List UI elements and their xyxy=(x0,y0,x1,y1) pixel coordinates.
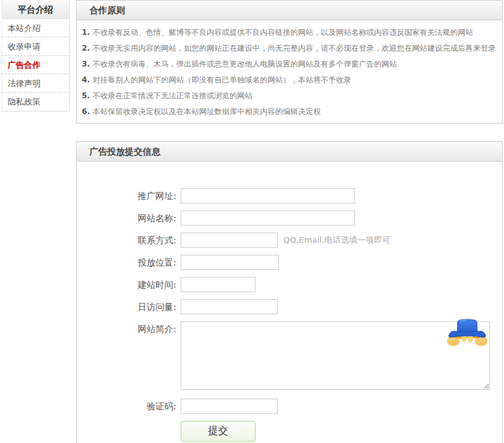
principle-rule: 3.不收录含有病毒、木马，弹出插件或恶意更改他人电脑设置的网站及有多个弹窗广告的… xyxy=(82,59,496,70)
sidebar-item-ad-cooperation[interactable]: 广告合作 xyxy=(2,56,69,74)
site-created-label: 建站时间: xyxy=(77,277,176,292)
daily-visits-field[interactable] xyxy=(181,299,278,314)
principles-panel: 合作原则 1.不收录有反动、色情、赌博等不良内容或提供不良内容链接的网站，以及网… xyxy=(76,0,503,124)
rule-number: 4. xyxy=(82,75,90,84)
ad-position-label: 投放位置: xyxy=(77,255,176,270)
site-description-textarea[interactable] xyxy=(181,321,490,390)
page: 平台介绍 本站介绍 收录申请 广告合作 法律声明 隐私政策 合作原则 1.不收录… xyxy=(0,0,504,443)
rule-text: 本站保留收录决定权以及在本站网址数据库中相关内容的编辑决定权 xyxy=(93,107,321,116)
principle-rule: 1.不收录有反动、色情、赌博等不良内容或提供不良内容链接的网站，以及网站名称或内… xyxy=(82,27,496,38)
form-row-contact: 联系方式: QQ,Email,电话选填一项即可 xyxy=(77,233,502,248)
site-description-label: 网站简介: xyxy=(77,321,176,337)
sidebar-item-site-intro[interactable]: 本站介绍 xyxy=(2,19,69,37)
sidebar-item-legal-notice[interactable]: 法律声明 xyxy=(2,74,69,93)
captcha-label: 验证码: xyxy=(77,399,176,414)
contact-label: 联系方式: xyxy=(77,233,176,248)
form-row-site-created: 建站时间: xyxy=(77,277,502,292)
ad-form-panel: 广告投放提交信息 推广网址: 网站名称: 联系方式: QQ,Email,电话选填… xyxy=(76,141,503,443)
contact-field[interactable] xyxy=(181,233,278,248)
rule-number: 6. xyxy=(82,107,90,116)
ad-position-field[interactable] xyxy=(181,255,279,270)
main-content: 合作原则 1.不收录有反动、色情、赌博等不良内容或提供不良内容链接的网站，以及网… xyxy=(76,0,503,443)
form-row-ad-position: 投放位置: xyxy=(77,255,502,270)
daily-visits-label: 日访问量: xyxy=(77,299,176,314)
contact-hint: QQ,Email,电话选填一项即可 xyxy=(283,234,391,246)
form-row-daily-visits: 日访问量: xyxy=(77,299,502,314)
principle-rule: 5.不收录在正常情况下无法正常连接或浏览的网站 xyxy=(82,91,496,101)
sidebar-item-privacy-policy[interactable]: 隐私政策 xyxy=(2,93,69,111)
site-name-field[interactable] xyxy=(181,210,355,226)
form-row-site-name: 网站名称: xyxy=(77,210,502,226)
rule-text: 不收录有反动、色情、赌博等不良内容或提供不良内容链接的网站，以及网站名称或内容违… xyxy=(93,28,473,37)
mascot-hat-icon xyxy=(446,319,488,347)
ad-form-title: 广告投放提交信息 xyxy=(77,142,502,162)
rule-number: 3. xyxy=(82,60,90,68)
rule-number: 5. xyxy=(82,91,90,100)
principles-title: 合作原则 xyxy=(77,1,502,20)
rule-text: 不收录含有病毒、木马，弹出插件或恶意更改他人电脑设置的网站及有多个弹窗广告的网站 xyxy=(93,60,397,68)
form-row-promo-url: 推广网址: xyxy=(77,188,502,203)
principle-rule: 6.本站保留收录决定权以及在本站网址数据库中相关内容的编辑决定权 xyxy=(82,106,496,117)
ad-form: 推广网址: 网站名称: 联系方式: QQ,Email,电话选填一项即可 投放位置… xyxy=(77,162,502,442)
principles-list: 1.不收录有反动、色情、赌博等不良内容或提供不良内容链接的网站，以及网站名称或内… xyxy=(77,20,502,117)
promo-url-field[interactable] xyxy=(181,188,355,203)
form-row-captcha: 验证码: xyxy=(77,399,502,414)
captcha-field[interactable] xyxy=(181,399,278,414)
submit-row: 提交 xyxy=(77,421,502,442)
rule-number: 1. xyxy=(82,28,90,37)
principle-rule: 2.不收录无实用内容的网站，如您的网站正在建设中，尚无完整内容，请不必现在登录，… xyxy=(82,43,496,54)
principle-rule: 4.对挂靠别人的网站下的网站（即没有自己单独域名的网站），本站将不予收录 xyxy=(82,75,496,86)
sidebar-title: 平台介绍 xyxy=(2,0,69,19)
rule-text: 不收录无实用内容的网站，如您的网站正在建设中，尚无完整内容，请不必现在登录，欢迎… xyxy=(93,44,496,53)
sidebar-item-inclusion-apply[interactable]: 收录申请 xyxy=(2,37,69,56)
rule-text: 对挂靠别人的网站下的网站（即没有自己单独域名的网站），本站将不予收录 xyxy=(93,75,351,84)
form-row-site-description: 网站简介: xyxy=(77,321,502,390)
rule-text: 不收录在正常情况下无法正常连接或浏览的网站 xyxy=(93,91,252,100)
rule-number: 2. xyxy=(82,44,90,53)
promo-url-label: 推广网址: xyxy=(77,188,176,203)
sidebar: 平台介绍 本站介绍 收录申请 广告合作 法律声明 隐私政策 xyxy=(1,0,70,112)
site-created-field[interactable] xyxy=(181,277,255,292)
site-name-label: 网站名称: xyxy=(77,210,176,226)
submit-button[interactable]: 提交 xyxy=(181,421,255,442)
